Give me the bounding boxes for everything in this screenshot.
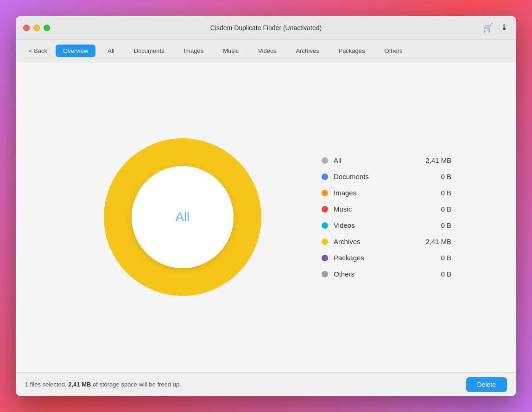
legend-value-archives: 2,41 MB [419,238,451,245]
statusbar: 1 files selected. 2,41 MB of storage spa… [16,372,516,396]
donut-center-label: All [175,210,190,225]
maximize-button[interactable] [44,25,50,31]
legend-value-others: 0 B [419,270,451,278]
titlebar-actions: 🛒 🌡 [483,23,509,33]
legend-item-images[interactable]: Images 0 B [322,189,451,197]
legend-value-music: 0 B [419,205,451,213]
legend-dot-packages [322,255,328,261]
donut-center: All [132,166,234,268]
tab-others[interactable]: Others [377,45,410,57]
main-window: Cisdem Duplicate Finder (Unactivated) 🛒 … [16,16,516,396]
legend-value-videos: 0 B [419,221,451,229]
cart-icon[interactable]: 🛒 [483,23,493,33]
legend-value-packages: 0 B [419,254,451,262]
minimize-button[interactable] [33,25,40,31]
legend-value-all: 2,41 MB [419,156,451,164]
legend-label-videos: Videos [334,221,413,229]
window-title: Cisdem Duplicate Finder (Unactivated) [210,24,322,32]
legend-value-images: 0 B [419,189,451,197]
back-button[interactable]: < Back [25,45,51,56]
legend-dot-all [322,157,328,164]
main-content: All All 2,41 MB Documents 0 B Images 0 B… [16,62,516,372]
chart-legend: All 2,41 MB Documents 0 B Images 0 B Mus… [322,156,451,278]
thermometer-icon[interactable]: 🌡 [500,23,509,32]
status-text: 1 files selected. 2,41 MB of storage spa… [25,381,466,388]
legend-item-packages[interactable]: Packages 0 B [322,254,451,262]
legend-label-archives: Archives [334,238,413,245]
legend-dot-documents [322,174,328,180]
toolbar: < Back Overview All Documents Images Mus… [16,40,516,62]
tab-overview[interactable]: Overview [56,45,95,57]
tab-videos[interactable]: Videos [251,45,284,57]
tab-images[interactable]: Images [177,45,211,57]
status-size: 2,41 MB [68,381,91,388]
legend-item-all[interactable]: All 2,41 MB [322,156,451,164]
status-suffix: of storage space will be freed up. [91,381,181,388]
legend-label-all: All [334,156,413,164]
titlebar: Cisdem Duplicate Finder (Unactivated) 🛒 … [16,16,516,40]
status-prefix: 1 files selected. [25,381,68,388]
chart-area: All All 2,41 MB Documents 0 B Images 0 B… [81,115,451,319]
legend-item-videos[interactable]: Videos 0 B [322,221,451,229]
traffic-lights [23,25,50,31]
legend-label-images: Images [334,189,413,197]
tab-documents[interactable]: Documents [127,45,172,57]
donut-chart: All [81,115,285,319]
tab-packages[interactable]: Packages [331,45,372,57]
legend-dot-music [322,206,328,212]
tab-archives[interactable]: Archives [289,45,327,57]
legend-label-packages: Packages [334,254,413,262]
legend-dot-videos [322,222,328,229]
legend-label-documents: Documents [334,173,413,180]
legend-label-music: Music [334,205,413,213]
legend-item-music[interactable]: Music 0 B [322,205,451,213]
legend-value-documents: 0 B [419,173,451,180]
legend-item-documents[interactable]: Documents 0 B [322,173,451,180]
legend-item-others[interactable]: Others 0 B [322,270,451,278]
legend-label-others: Others [334,270,413,278]
close-button[interactable] [23,25,30,31]
legend-dot-images [322,190,328,196]
legend-dot-others [322,271,328,277]
tab-music[interactable]: Music [215,45,246,57]
legend-item-archives[interactable]: Archives 2,41 MB [322,238,451,245]
legend-dot-archives [322,238,328,245]
tab-all[interactable]: All [100,45,121,57]
delete-button[interactable]: Delete [466,377,507,392]
